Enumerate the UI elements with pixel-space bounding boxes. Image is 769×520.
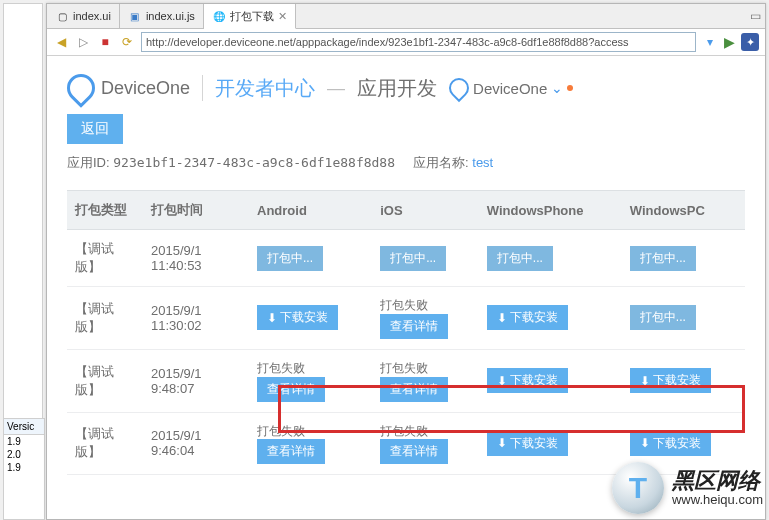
cell-platform: 打包中... bbox=[622, 287, 745, 350]
download-button[interactable]: ⬇下载安装 bbox=[257, 305, 338, 330]
download-icon: ⬇ bbox=[497, 436, 507, 450]
editor-tabs: ▢ index.ui ▣ index.ui.js 🌐 打包下载 ✕ ▭ bbox=[47, 4, 765, 29]
cell-type: 【调试版】 bbox=[67, 349, 143, 412]
url-input[interactable] bbox=[141, 32, 696, 52]
fail-status: 打包失败查看详情 bbox=[380, 297, 471, 339]
cell-time: 2015/9/1 11:30:02 bbox=[143, 287, 249, 350]
cell-platform: ⬇下载安装 bbox=[249, 287, 372, 350]
detail-button[interactable]: 查看详情 bbox=[257, 377, 325, 402]
cell-platform: 打包中... bbox=[622, 230, 745, 287]
fail-label: 打包失败 bbox=[257, 361, 305, 375]
tab-index-ui[interactable]: ▢ index.ui bbox=[47, 4, 120, 28]
fail-status: 打包失败查看详情 bbox=[380, 423, 471, 465]
cell-platform: ⬇下载安装 bbox=[479, 349, 622, 412]
versions-panel: Versic 1.9 2.0 1.9 bbox=[3, 418, 45, 520]
detail-button[interactable]: 查看详情 bbox=[380, 314, 448, 339]
close-icon[interactable]: ✕ bbox=[278, 10, 287, 23]
tab-label: 打包下载 bbox=[230, 9, 274, 24]
col-android: Android bbox=[249, 191, 372, 230]
fail-label: 打包失败 bbox=[257, 424, 305, 438]
fail-label: 打包失败 bbox=[380, 298, 428, 312]
brand: DeviceOne bbox=[67, 74, 190, 102]
tab-package-download[interactable]: 🌐 打包下载 ✕ bbox=[204, 4, 296, 29]
globe-icon: 🌐 bbox=[212, 9, 226, 23]
fail-label: 打包失败 bbox=[380, 361, 428, 375]
download-label: 下载安装 bbox=[510, 435, 558, 452]
detail-button[interactable]: 查看详情 bbox=[380, 377, 448, 402]
fail-status: 打包失败查看详情 bbox=[257, 423, 364, 465]
packing-button[interactable]: 打包中... bbox=[487, 246, 553, 271]
settings-icon[interactable]: ✦ bbox=[741, 33, 759, 51]
packing-button[interactable]: 打包中... bbox=[630, 305, 696, 330]
col-windowsphone: WindowsPhone bbox=[479, 191, 622, 230]
dropdown-icon[interactable]: ▾ bbox=[702, 34, 718, 50]
fail-label: 打包失败 bbox=[380, 424, 428, 438]
versions-header: Versic bbox=[4, 419, 44, 435]
table-row: 【调试版】2015/9/1 9:46:04打包失败查看详情打包失败查看详情⬇下载… bbox=[67, 412, 745, 475]
download-icon: ⬇ bbox=[497, 311, 507, 325]
version-item: 2.0 bbox=[4, 448, 44, 461]
side-pane-1 bbox=[3, 3, 43, 423]
brand-secondary-text: DeviceOne bbox=[473, 80, 547, 97]
version-item: 1.9 bbox=[4, 461, 44, 474]
download-label: 下载安装 bbox=[653, 372, 701, 389]
cell-time: 2015/9/1 9:48:07 bbox=[143, 349, 249, 412]
brand-logo-icon bbox=[61, 68, 101, 108]
notify-dot-icon bbox=[567, 85, 573, 91]
cell-platform: ⬇下载安装 bbox=[479, 287, 622, 350]
packing-button[interactable]: 打包中... bbox=[630, 246, 696, 271]
tab-label: index.ui bbox=[73, 10, 111, 22]
download-label: 下载安装 bbox=[510, 309, 558, 326]
cell-platform: 打包失败查看详情 bbox=[372, 349, 479, 412]
dev-center-label: 开发者中心 bbox=[215, 75, 315, 102]
download-button[interactable]: ⬇下载安装 bbox=[487, 368, 568, 393]
stop-icon[interactable]: ■ bbox=[97, 34, 113, 50]
page-content: DeviceOne 开发者中心 — 应用开发 DeviceOne ⌄ 返回 应用… bbox=[47, 56, 765, 519]
download-button[interactable]: ⬇下载安装 bbox=[487, 431, 568, 456]
download-icon: ⬇ bbox=[640, 436, 650, 450]
col-ios: iOS bbox=[372, 191, 479, 230]
col-windowspc: WindowsPC bbox=[622, 191, 745, 230]
minimize-icon[interactable]: ▭ bbox=[745, 4, 765, 28]
tab-index-ui-js[interactable]: ▣ index.ui.js bbox=[120, 4, 204, 28]
cell-time: 2015/9/1 9:46:04 bbox=[143, 412, 249, 475]
go-icon[interactable]: ▶ bbox=[724, 34, 735, 50]
version-item: 1.9 bbox=[4, 435, 44, 448]
build-table: 打包类型 打包时间 Android iOS WindowsPhone Windo… bbox=[67, 190, 745, 475]
cell-time: 2015/9/1 11:40:53 bbox=[143, 230, 249, 287]
table-row: 【调试版】2015/9/1 11:30:02⬇下载安装打包失败查看详情⬇下载安装… bbox=[67, 287, 745, 350]
packing-button[interactable]: 打包中... bbox=[257, 246, 323, 271]
download-label: 下载安装 bbox=[510, 372, 558, 389]
cell-type: 【调试版】 bbox=[67, 287, 143, 350]
chevron-down-icon: ⌄ bbox=[551, 80, 563, 96]
detail-button[interactable]: 查看详情 bbox=[380, 439, 448, 464]
brand-text: DeviceOne bbox=[101, 78, 190, 99]
brand-secondary[interactable]: DeviceOne ⌄ bbox=[449, 78, 573, 98]
divider bbox=[202, 75, 203, 101]
nav-forward-icon: ▷ bbox=[75, 34, 91, 50]
nav-back-icon[interactable]: ◀ bbox=[53, 34, 69, 50]
packing-button[interactable]: 打包中... bbox=[380, 246, 446, 271]
cell-platform: 打包失败查看详情 bbox=[249, 412, 372, 475]
download-button[interactable]: ⬇下载安装 bbox=[630, 431, 711, 456]
col-time: 打包时间 bbox=[143, 191, 249, 230]
table-row: 【调试版】2015/9/1 9:48:07打包失败查看详情打包失败查看详情⬇下载… bbox=[67, 349, 745, 412]
app-name-link[interactable]: test bbox=[472, 155, 493, 170]
fail-status: 打包失败查看详情 bbox=[257, 360, 364, 402]
detail-button[interactable]: 查看详情 bbox=[257, 439, 325, 464]
table-row: 【调试版】2015/9/1 11:40:53打包中...打包中...打包中...… bbox=[67, 230, 745, 287]
download-icon: ⬇ bbox=[267, 311, 277, 325]
download-button[interactable]: ⬇下载安装 bbox=[487, 305, 568, 330]
js-file-icon: ▣ bbox=[128, 9, 142, 23]
back-button[interactable]: 返回 bbox=[67, 114, 123, 144]
download-icon: ⬇ bbox=[497, 374, 507, 388]
refresh-icon[interactable]: ⟳ bbox=[119, 34, 135, 50]
app-name-label: 应用名称: bbox=[413, 155, 469, 170]
download-button[interactable]: ⬇下载安装 bbox=[630, 368, 711, 393]
cell-platform: ⬇下载安装 bbox=[622, 349, 745, 412]
app-id-label: 应用ID: bbox=[67, 155, 110, 170]
download-label: 下载安装 bbox=[280, 309, 328, 326]
col-type: 打包类型 bbox=[67, 191, 143, 230]
cell-type: 【调试版】 bbox=[67, 230, 143, 287]
fail-status: 打包失败查看详情 bbox=[380, 360, 471, 402]
